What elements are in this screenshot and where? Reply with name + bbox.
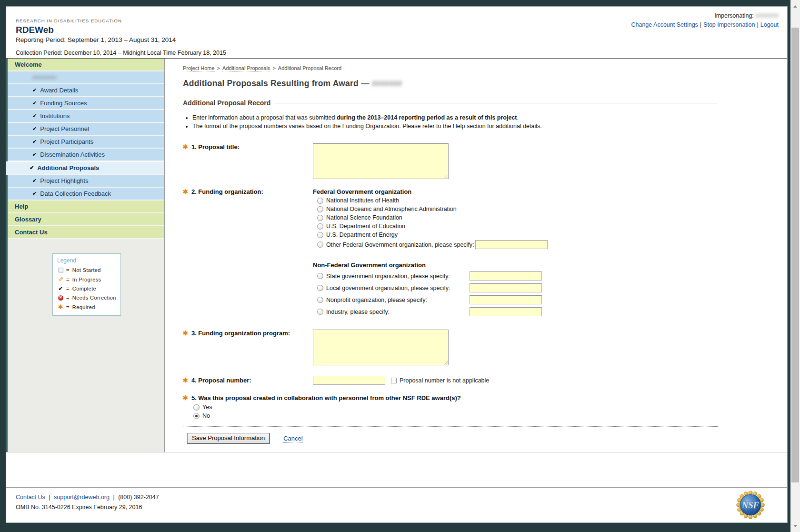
radio-option-noaa[interactable]: National Oceanic and Atmospheric Adminis… — [313, 206, 548, 212]
other-federal-specify-input[interactable] — [475, 240, 548, 249]
breadcrumb-project-home-link[interactable]: Project Home — [183, 65, 215, 71]
radio-icon[interactable] — [317, 285, 323, 291]
q4-label: ✱4. Proposal number: — [183, 377, 313, 384]
radio-icon[interactable] — [317, 309, 323, 315]
equals-sign: = — [66, 267, 70, 273]
radio-icon[interactable] — [317, 232, 323, 238]
sidebar-item-label: Data Collection Feedback — [40, 190, 111, 197]
radio-icon-selected[interactable] — [193, 413, 200, 419]
breadcrumb-separator: > — [272, 65, 275, 71]
breadcrumb-additional-proposals-link[interactable]: Additional Proposals — [222, 65, 270, 71]
radio-option-no[interactable]: No — [193, 412, 718, 419]
instruction-bullet-1: Enter information about a proposal that … — [192, 114, 718, 121]
radio-option-local-gov[interactable]: Local government organization, please sp… — [313, 283, 548, 292]
arrow-down-icon — [793, 525, 797, 527]
radio-label: Yes — [202, 404, 212, 411]
sidebar-item-project-participants[interactable]: ✔ Project Participants — [8, 136, 164, 149]
cancel-link[interactable]: Cancel — [283, 435, 302, 442]
arrow-up-icon — [793, 5, 797, 8]
radio-label: U.S. Department of Energy — [326, 231, 398, 238]
scroll-up-button[interactable] — [790, 0, 800, 12]
q3-label: ✱3. Funding organization program: — [183, 330, 313, 365]
footer-contact-us-link[interactable]: Contact Us — [16, 494, 45, 501]
radio-label: National Science Foundation — [326, 214, 402, 221]
radio-icon[interactable] — [317, 215, 323, 221]
sidebar-item-welcome[interactable]: Welcome — [8, 59, 164, 71]
radio-icon[interactable] — [317, 223, 323, 230]
radio-icon[interactable] — [317, 198, 323, 204]
sidebar-item-data-collection-feedback[interactable]: ✔ Data Collection Feedback — [8, 188, 164, 201]
vertical-scrollbar[interactable] — [790, 0, 800, 532]
required-asterisk-icon: ✱ — [183, 394, 188, 402]
radio-icon[interactable] — [317, 297, 323, 303]
footer-separator: | — [49, 494, 50, 501]
radio-icon[interactable] — [317, 241, 323, 248]
sidebar-item-institutions[interactable]: ✔ Institutions — [8, 110, 164, 123]
radio-option-dept-education[interactable]: U.S. Department of Education — [313, 223, 548, 230]
industry-specify-input[interactable] — [470, 307, 542, 316]
form-separator — [183, 426, 718, 427]
legend-title: Legend — [57, 257, 117, 264]
nsf-logo: NSF — [736, 490, 765, 521]
proposal-number-input[interactable] — [313, 376, 385, 385]
nonprofit-specify-input[interactable] — [470, 295, 542, 304]
checkbox-icon[interactable] — [391, 378, 397, 383]
logout-link[interactable]: Logout — [760, 21, 779, 28]
sidebar-item-label: Project Participants — [40, 138, 93, 145]
radio-option-nsf[interactable]: National Science Foundation — [313, 214, 548, 221]
breadcrumb-separator: > — [217, 65, 220, 71]
needs-correction-x-icon: ✕ — [57, 295, 64, 301]
complete-check-icon: ✔ — [32, 88, 37, 93]
sidebar-item-award-number[interactable]: ####### — [8, 71, 164, 84]
radio-icon[interactable] — [317, 206, 323, 212]
radio-option-nih[interactable]: National Institutes of Health — [313, 197, 548, 204]
radio-option-state-gov[interactable]: State government organization, please sp… — [313, 271, 548, 281]
sidebar-item-funding-sources[interactable]: ✔ Funding Sources — [8, 97, 164, 110]
content-row: Welcome ####### ✔ Award Details ✔ Fundin… — [6, 59, 787, 452]
reporting-period: Reporting Period: September 1, 2013 – Au… — [16, 36, 226, 43]
change-account-settings-link[interactable]: Change Account Settings — [631, 21, 698, 28]
sidebar-item-award-details[interactable]: ✔ Award Details — [8, 84, 164, 97]
footer-contact-line: Contact Us | support@rdeweb.org | (800) … — [16, 494, 787, 501]
stop-impersonation-link[interactable]: Stop Impersonation — [703, 21, 755, 28]
radio-icon[interactable] — [317, 273, 323, 279]
required-asterisk-icon: ✱ — [183, 143, 188, 151]
proposal-title-textarea[interactable] — [313, 143, 449, 179]
form-actions: Save Proposal Information Cancel — [183, 433, 718, 444]
radio-option-other-federal[interactable]: Other Federal Government organization, p… — [313, 240, 548, 249]
footer-email-link[interactable]: support@rdeweb.org — [54, 494, 110, 501]
proposal-number-na-option[interactable]: Proposal number is not applicable — [391, 377, 489, 384]
scrollbar-thumb[interactable] — [791, 28, 799, 482]
sidebar-item-project-highlights[interactable]: ✔ Project Highlights — [8, 175, 164, 188]
radio-icon[interactable] — [193, 404, 200, 411]
local-gov-specify-input[interactable] — [470, 283, 542, 292]
radio-option-dept-energy[interactable]: U.S. Department of Energy — [313, 231, 548, 238]
sidebar-item-help[interactable]: Help — [8, 201, 164, 213]
radio-option-nonprofit[interactable]: Nonprofit organization, please specify: — [313, 295, 548, 304]
q5-block: ✱5. Was this proposal created in collabo… — [183, 394, 718, 419]
state-gov-specify-input[interactable] — [470, 271, 542, 281]
save-proposal-button[interactable]: Save Proposal Information — [187, 433, 270, 444]
page-title-text: Additional Proposals Resulting from Awar… — [183, 79, 370, 88]
page-frame: RESEARCH IN DISABILITIES EDUCATION RDEWe… — [6, 6, 788, 523]
sidebar-item-glossary[interactable]: Glossary — [8, 213, 164, 226]
sidebar-item-project-personnel[interactable]: ✔ Project Personnel — [8, 123, 164, 136]
radio-option-yes[interactable]: Yes — [193, 404, 718, 411]
breadcrumb-current: Additional Proposal Record — [278, 65, 341, 71]
complete-check-icon: ✔ — [32, 152, 37, 157]
q2-label: ✱2. Funding organization: — [183, 188, 313, 316]
sidebar-item-dissemination-activities[interactable]: ✔ Dissemination Activities — [8, 149, 164, 161]
q2-row: ✱2. Funding organization: Federal Govern… — [183, 188, 718, 316]
link-separator: | — [700, 21, 701, 28]
funding-org-program-textarea[interactable] — [313, 330, 449, 365]
complete-check-icon: ✔ — [32, 178, 37, 183]
collection-period: Collection Period: December 10, 2014 – M… — [16, 50, 226, 56]
sidebar-item-contact-us[interactable]: Contact Us — [8, 226, 164, 239]
sidebar-item-additional-proposals[interactable]: ✔ Additional Proposals — [6, 161, 164, 175]
header-account-block: Impersonating: ####### Change Account Se… — [631, 12, 779, 28]
app-title: RDEWeb — [16, 25, 226, 35]
required-asterisk-icon: ✱ — [57, 304, 64, 310]
radio-option-industry[interactable]: Industry, please specify: — [313, 307, 548, 316]
scroll-down-button[interactable] — [790, 520, 800, 532]
section-title: Additional Proposal Record — [183, 99, 270, 107]
